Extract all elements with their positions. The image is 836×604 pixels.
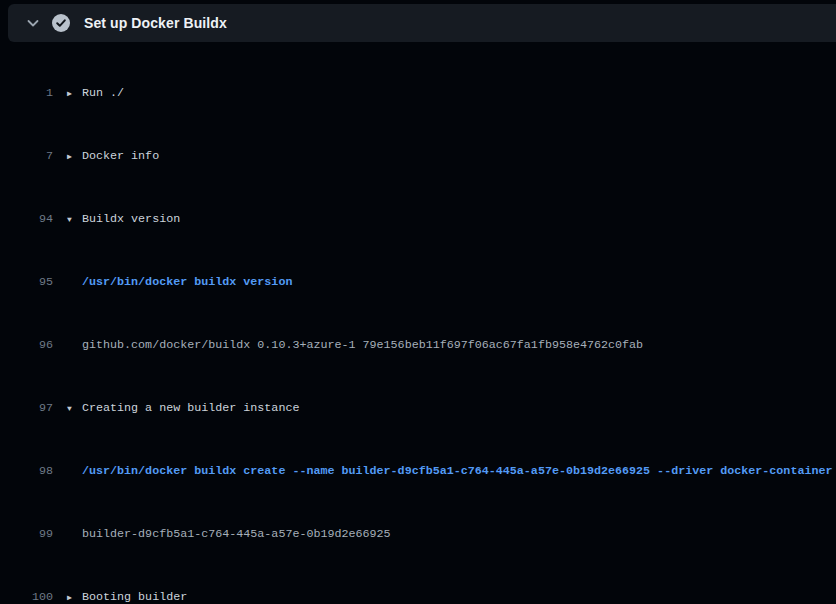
line-number-link[interactable]: 95 (0, 272, 53, 293)
disclosure-triangle-icon: ▼ (67, 398, 82, 419)
log-line: 94▼Buildx version (0, 209, 836, 230)
log-text: builder-d9cfb5a1-c764-445a-a57e-0b19d2e6… (82, 527, 391, 541)
log-line: 98/usr/bin/docker buildx create --name b… (0, 461, 836, 482)
log-text: /usr/bin/docker buildx version (82, 275, 292, 289)
line-number-link[interactable]: 96 (0, 335, 53, 356)
line-number-link[interactable]: 99 (0, 524, 53, 545)
log-group-header[interactable]: ▼Creating a new builder instance (67, 398, 299, 419)
log-line: 7▶Docker info (0, 146, 836, 167)
log-line: 97▼Creating a new builder instance (0, 398, 836, 419)
disclosure-triangle-icon: ▶ (67, 83, 82, 104)
log-text: Run ./ (82, 86, 124, 100)
log-text: /usr/bin/docker buildx create --name bui… (82, 464, 832, 478)
log-text: Buildx version (82, 212, 180, 226)
log-group-header[interactable]: ▶Docker info (67, 146, 159, 167)
disclosure-triangle-icon: ▶ (67, 587, 82, 604)
log-line: 99builder-d9cfb5a1-c764-445a-a57e-0b19d2… (0, 524, 836, 545)
log-line: 1▶Run ./ (0, 83, 836, 104)
disclosure-triangle-icon: ▼ (67, 209, 82, 230)
log-text: Docker info (82, 149, 159, 163)
log-line: 95/usr/bin/docker buildx version (0, 272, 836, 293)
line-number-link[interactable]: 7 (0, 146, 53, 167)
log-group-header[interactable]: ▼Buildx version (67, 209, 180, 230)
log-line: 96github.com/docker/buildx 0.10.3+azure-… (0, 335, 836, 356)
log-content: /usr/bin/docker buildx version (67, 272, 292, 293)
line-number-link[interactable]: 100 (0, 587, 53, 604)
line-number-link[interactable]: 98 (0, 461, 53, 482)
chevron-down-icon[interactable] (18, 4, 48, 42)
log-line: 100▶Booting builder (0, 587, 836, 604)
log-text: Creating a new builder instance (82, 401, 299, 415)
line-number-link[interactable]: 94 (0, 209, 53, 230)
disclosure-triangle-icon: ▶ (67, 146, 82, 167)
log-container: 1▶Run ./ 7▶Docker info 94▼Buildx version… (0, 42, 836, 604)
log-text: github.com/docker/buildx 0.10.3+azure-1 … (82, 338, 643, 352)
step-title: Set up Docker Buildx (84, 15, 227, 31)
log-content: github.com/docker/buildx 0.10.3+azure-1 … (67, 335, 643, 356)
step-header[interactable]: Set up Docker Buildx (8, 4, 836, 42)
log-group-header[interactable]: ▶Run ./ (67, 83, 124, 104)
line-number-link[interactable]: 97 (0, 398, 53, 419)
log-content: /usr/bin/docker buildx create --name bui… (67, 461, 832, 482)
log-content: builder-d9cfb5a1-c764-445a-a57e-0b19d2e6… (67, 524, 391, 545)
line-number-link[interactable]: 1 (0, 83, 53, 104)
check-circle-icon (52, 14, 70, 32)
log-group-header[interactable]: ▶Booting builder (67, 587, 187, 604)
log-text: Booting builder (82, 590, 187, 604)
